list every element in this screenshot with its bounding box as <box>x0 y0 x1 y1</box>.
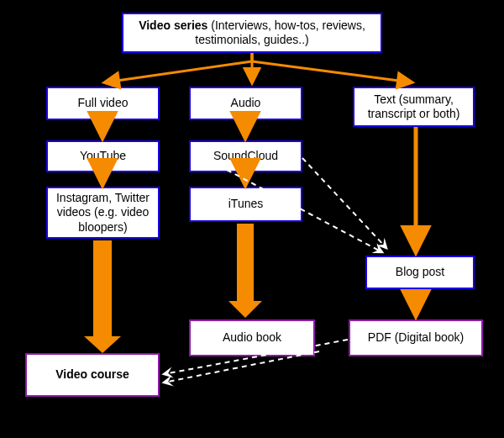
node-itunes: iTunes <box>189 187 302 222</box>
node-text: Text (summary, transcript or both) <box>353 87 475 127</box>
label: Text (summary, transcript or both) <box>361 92 466 122</box>
label: Instagram, Twitter videos (e.g. video bl… <box>55 191 151 235</box>
node-audio: Audio <box>189 87 302 120</box>
label: Video course <box>55 367 129 383</box>
label: SoundCloud <box>213 149 278 164</box>
node-audio-book: Audio book <box>189 319 315 356</box>
node-video-course: Video course <box>25 353 160 397</box>
node-soundcloud: SoundCloud <box>189 140 302 172</box>
label: Blog post <box>396 265 444 280</box>
node-social: Instagram, Twitter videos (e.g. video bl… <box>46 187 160 239</box>
svg-marker-1 <box>228 301 262 318</box>
node-youtube: YouTube <box>46 140 160 172</box>
node-blog-post: Blog post <box>365 256 475 289</box>
label: Audio <box>231 96 261 111</box>
node-pdf-book: PDF (Digital book) <box>349 319 483 356</box>
label: Audio book <box>223 330 281 346</box>
label: iTunes <box>228 197 264 212</box>
node-root: Video series (Interviews, how-tos, revie… <box>122 13 382 53</box>
label: Full video <box>78 96 129 111</box>
label: YouTube <box>80 149 126 164</box>
svg-marker-0 <box>84 336 121 353</box>
node-root-label: Video series (Interviews, how-tos, revie… <box>130 18 374 48</box>
node-full-video: Full video <box>46 87 160 120</box>
label: PDF (Digital book) <box>368 330 464 346</box>
